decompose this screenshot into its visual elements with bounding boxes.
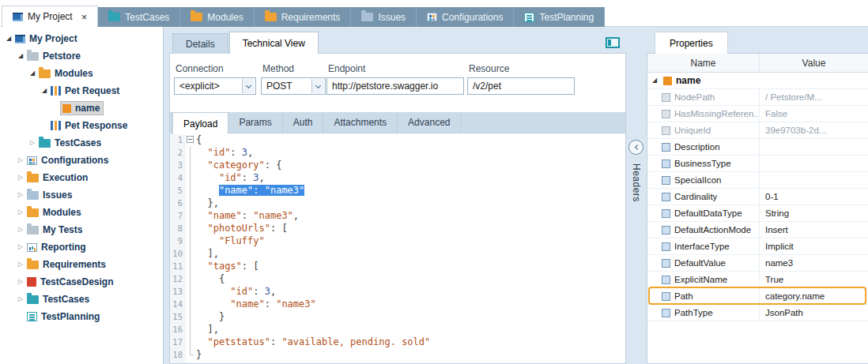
property-icon (662, 110, 670, 118)
tree-item-issues[interactable]: ▷Issues (0, 186, 163, 204)
tree-item-pet-request[interactable]: ◢Pet Request (0, 82, 163, 99)
code-text[interactable]: "petstatus": "available, pending. sold" (196, 336, 625, 348)
code-text[interactable]: "Fluffy" (196, 235, 625, 247)
tree-item-reporting[interactable]: ▷Reporting (0, 238, 163, 256)
column-header-value[interactable]: Value (760, 54, 868, 72)
expander-collapsed-icon[interactable]: ▷ (16, 296, 25, 302)
tree-item-execution[interactable]: ▷Execution (0, 169, 163, 186)
tree-item-testplanning[interactable]: TestPlanning (0, 308, 163, 325)
window-tab-requirements[interactable]: Requirements (255, 7, 352, 27)
property-row-uniqueid[interactable]: UniqueId39e9703b-2d... (647, 122, 868, 139)
property-row-specialicon[interactable]: SpecialIcon (647, 172, 868, 189)
tree-item-testcasedesign[interactable]: ▷TestCaseDesign (0, 273, 163, 291)
expander-collapsed-icon[interactable]: ▷ (16, 261, 25, 268)
code-text[interactable]: "tags": [ (196, 260, 625, 272)
tab-advanced[interactable]: Advanced (398, 112, 461, 133)
expander-expanded-icon[interactable]: ◢ (4, 36, 13, 42)
expander-expanded-icon[interactable]: ◢ (28, 70, 37, 77)
pin-panel-icon[interactable] (606, 37, 620, 48)
expander-expanded-icon[interactable]: ◢ (16, 53, 25, 59)
tab-params[interactable]: Params (228, 112, 282, 133)
collapse-headers-button[interactable] (628, 140, 643, 155)
connection-select[interactable]: <explicit> (174, 77, 256, 95)
column-header-name[interactable]: Name (647, 54, 760, 72)
tab-auth[interactable]: Auth (283, 112, 324, 133)
expander-collapsed-icon[interactable]: ▷ (16, 227, 25, 233)
resource-input[interactable] (467, 77, 575, 95)
expander-collapsed-icon[interactable]: ▷ (16, 244, 25, 250)
dropdown-arrow-icon[interactable] (311, 79, 324, 93)
tree-item-modules[interactable]: ◢Modules (0, 65, 163, 82)
property-row-businesstype[interactable]: BusinessType (647, 156, 868, 172)
property-row-description[interactable]: Description (647, 139, 868, 156)
payload-editor[interactable]: 1−{2 "id": 3,3 "category": {4 "id": 3,5 … (170, 133, 625, 363)
method-value: POST (266, 81, 292, 92)
code-text[interactable]: ], (196, 323, 625, 336)
tab-attachments[interactable]: Attachments (323, 112, 398, 133)
expander-collapsed-icon[interactable]: ▷ (16, 157, 25, 163)
line-number: 11 (170, 260, 186, 272)
window-tab-configurations[interactable]: Configurations (417, 7, 514, 27)
code-text[interactable]: "name": "name3" (196, 184, 625, 197)
window-tab-issues[interactable]: Issues (351, 7, 417, 27)
window-tab-testplanning[interactable]: TestPlanning (514, 7, 605, 27)
property-row-interfacetype[interactable]: InterfaceTypeImplicit (647, 238, 868, 255)
endpoint-input[interactable] (326, 77, 464, 95)
code-text[interactable]: } (196, 348, 625, 361)
property-row-defaultvalue[interactable]: DefaultValuename3 (647, 255, 868, 272)
editor-line: 12 { (170, 272, 625, 285)
property-row-defaultactionmode[interactable]: DefaultActionModeInsert (647, 222, 868, 238)
code-text[interactable]: { (196, 133, 625, 146)
tree-item-testcases[interactable]: ▷TestCases (0, 134, 163, 152)
tree-item-name[interactable]: name (0, 99, 163, 117)
tree-item-pet-response[interactable]: Pet Response (0, 117, 163, 134)
property-row-cardinality[interactable]: Cardinality0-1 (647, 189, 868, 205)
property-row-defaultdatatype[interactable]: DefaultDataTypeString (647, 205, 868, 222)
expander-expanded-icon[interactable]: ◢ (40, 88, 49, 94)
dropdown-arrow-icon[interactable] (242, 79, 255, 93)
tree-item-my-project[interactable]: ◢My Project (0, 30, 163, 47)
code-text[interactable]: "id": 3, (196, 171, 625, 184)
tree-item-petstore[interactable]: ◢Petstore (0, 47, 163, 65)
expander-collapsed-icon[interactable]: ▷ (16, 192, 25, 198)
window-tab-modules[interactable]: Modules (180, 7, 254, 27)
tab-details[interactable]: Details (172, 33, 228, 54)
property-row-hasmissingreferen[interactable]: HasMissingReferen...False (647, 106, 868, 122)
property-row-nodepath[interactable]: NodePath/ Petstore/M... (647, 89, 868, 106)
expander-collapsed-icon[interactable]: ▷ (28, 140, 37, 146)
tab-technical-view[interactable]: Technical View (229, 32, 319, 54)
expander-collapsed-icon[interactable]: ▷ (16, 279, 25, 285)
close-tab-icon[interactable]: × (81, 12, 88, 22)
chevron-down-icon (315, 82, 321, 88)
expander-collapsed-icon[interactable]: ▷ (16, 209, 25, 216)
fold-collapse-icon[interactable]: − (187, 136, 194, 143)
window-tab-testcases[interactable]: TestCases (98, 7, 180, 27)
tree-item-requirements[interactable]: ▷Requirements (0, 256, 163, 273)
code-text[interactable]: }, (196, 197, 625, 209)
tree-item-configurations[interactable]: ▷Configurations (0, 152, 163, 169)
code-text[interactable]: { (196, 272, 625, 285)
property-row-explicitname[interactable]: ExplicitNameTrue (647, 272, 868, 288)
tree-item-my-tests[interactable]: ▷My Tests (0, 221, 163, 238)
property-root-row[interactable]: ◢name (647, 73, 868, 89)
window-tab-my-project[interactable]: My Project× (2, 6, 98, 27)
code-text[interactable]: "name": "name3", (196, 209, 625, 222)
tree-item-testcases[interactable]: ▷TestCases (0, 291, 163, 308)
payload-tab-strip: PayloadParamsAuthAttachmentsAdvanced (170, 112, 625, 133)
code-text[interactable]: ], (196, 247, 625, 260)
tab-properties[interactable]: Properties (655, 32, 728, 54)
property-row-pathtype[interactable]: PathTypeJsonPath (647, 305, 868, 321)
code-text[interactable]: "id": 3, (196, 146, 625, 159)
code-text[interactable]: "photoUrls": [ (196, 222, 625, 235)
method-select[interactable]: POST (261, 77, 326, 95)
expander-expanded-icon[interactable]: ◢ (650, 77, 659, 84)
code-text[interactable]: } (196, 310, 625, 323)
code-text[interactable]: "name": "name3" (196, 298, 625, 310)
tab-payload[interactable]: Payload (172, 112, 228, 134)
property-row-path[interactable]: Pathcategory.name (647, 288, 868, 305)
tree-item-modules[interactable]: ▷Modules (0, 204, 163, 221)
code-text[interactable]: "id": 3, (196, 285, 625, 298)
tab-headers[interactable]: Headers (631, 163, 642, 202)
code-text[interactable]: "category": { (196, 159, 625, 171)
expander-collapsed-icon[interactable]: ▷ (16, 174, 25, 181)
